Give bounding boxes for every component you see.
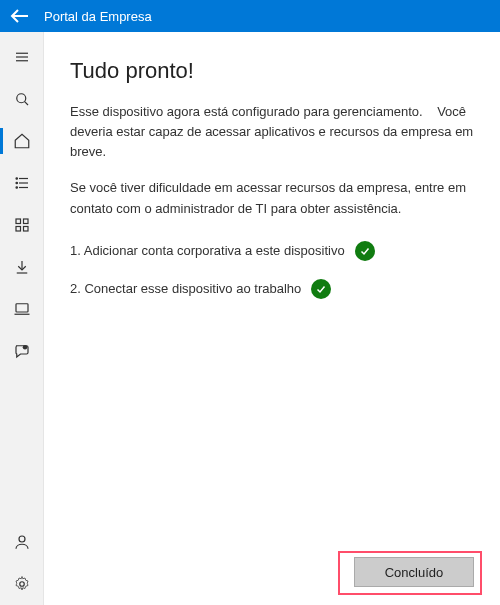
svg-rect-12: [16, 219, 21, 224]
nav-downloads[interactable]: [0, 246, 44, 288]
svg-point-22: [20, 582, 25, 587]
arrow-left-icon: [8, 4, 32, 28]
titlebar: Portal da Empresa: [0, 0, 500, 32]
apps-grid-icon: [13, 216, 31, 234]
help-line-2: com o administrador de TI para obter ass…: [116, 201, 401, 216]
step-1-text: 1. Adicionar conta corporativa a este di…: [70, 243, 345, 258]
page-title: Tudo pronto!: [70, 58, 474, 84]
home-icon: [13, 132, 31, 150]
profile-icon: [13, 533, 31, 551]
nav-profile[interactable]: [0, 521, 44, 563]
main-content: Tudo pronto! Esse dispositivo agora está…: [44, 32, 500, 605]
nav-list[interactable]: [0, 162, 44, 204]
body-area: Tudo pronto! Esse dispositivo agora está…: [0, 32, 500, 605]
svg-rect-13: [24, 219, 29, 224]
support-icon: [13, 342, 31, 360]
svg-point-7: [16, 178, 18, 180]
download-icon: [13, 258, 31, 276]
footer: Concluído: [70, 547, 474, 587]
nav-apps[interactable]: [0, 204, 44, 246]
nav-devices[interactable]: [0, 288, 44, 330]
back-button[interactable]: [8, 4, 32, 28]
svg-point-21: [19, 536, 25, 542]
svg-rect-14: [16, 227, 21, 232]
settings-icon: [13, 575, 31, 593]
nav-search[interactable]: [0, 78, 44, 120]
nav-hamburger[interactable]: [0, 36, 44, 78]
check-icon: [311, 279, 331, 299]
step-2-text: 2. Conectar esse dispositivo ao trabalho: [70, 281, 301, 296]
intro-paragraph: Esse dispositivo agora está configurado …: [70, 102, 474, 162]
nav-support[interactable]: [0, 330, 44, 372]
svg-point-20: [23, 345, 28, 350]
svg-line-5: [25, 102, 28, 105]
nav-home[interactable]: [0, 120, 44, 162]
search-icon: [13, 90, 31, 108]
device-icon: [13, 300, 31, 318]
step-row-2: 2. Conectar esse dispositivo ao trabalho: [70, 279, 474, 299]
svg-point-4: [17, 94, 26, 103]
step-row-1: 1. Adicionar conta corporativa a este di…: [70, 241, 474, 261]
svg-point-9: [16, 182, 18, 184]
svg-rect-15: [24, 227, 29, 232]
sidebar-spacer: [0, 372, 43, 521]
list-icon: [13, 174, 31, 192]
menu-icon: [13, 48, 31, 66]
help-paragraph: Se você tiver dificuldade em acessar rec…: [70, 178, 474, 218]
check-icon: [355, 241, 375, 261]
svg-rect-18: [16, 304, 28, 312]
done-button[interactable]: Concluído: [354, 557, 474, 587]
svg-point-11: [16, 187, 18, 189]
sidebar: [0, 32, 44, 605]
nav-settings[interactable]: [0, 563, 44, 605]
intro-line-1: Esse dispositivo agora está configurado …: [70, 104, 423, 119]
steps-list: 1. Adicionar conta corporativa a este di…: [70, 241, 474, 317]
app-title: Portal da Empresa: [44, 9, 152, 24]
